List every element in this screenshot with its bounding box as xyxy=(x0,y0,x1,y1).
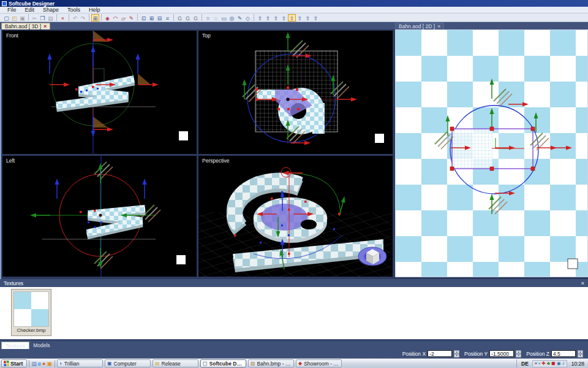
menu-item[interactable]: Edit xyxy=(21,7,39,13)
quick-launch-icon[interactable]: ● xyxy=(42,360,45,367)
task-button-label: Bahn.bmp - Paint xyxy=(257,361,292,367)
task-button[interactable]: ▨ Bahn.bmp - Paint xyxy=(248,359,294,367)
toolbar-icon[interactable]: ✂ xyxy=(31,14,39,21)
menu-item[interactable]: Shape xyxy=(39,7,62,13)
toolbar-icon[interactable]: ⊟ xyxy=(156,14,164,21)
tray-icon[interactable]: ◉ xyxy=(557,360,561,367)
toolbar-icon[interactable]: ≡ xyxy=(164,14,172,21)
front-viewport-label: Front xyxy=(6,33,18,39)
toolbar-icon[interactable]: ◈ xyxy=(104,14,111,21)
toolbar-icon[interactable]: ⊡ xyxy=(140,14,148,21)
task-button[interactable]: ◆ Showroom - Aktuelle Arb... xyxy=(296,359,342,367)
menu-item[interactable]: File xyxy=(4,7,20,13)
tab-bahn-3d[interactable]: Bahn.aod [ 3D ] × xyxy=(1,23,50,29)
tab-close-icon[interactable]: × xyxy=(43,24,47,29)
position-input[interactable]: 4.5 xyxy=(551,350,576,357)
toolbar-icon[interactable]: ◎ xyxy=(228,14,236,21)
front-viewport[interactable]: Front xyxy=(2,31,197,154)
task-button[interactable]: ▣ Computer xyxy=(105,359,151,367)
toolbar-icon[interactable]: ▤ xyxy=(47,14,55,21)
panel-tab[interactable]: Models xyxy=(29,342,53,349)
toolbar-icon[interactable]: ◠ xyxy=(111,14,119,21)
toolbar-icon[interactable]: ⊞ xyxy=(91,14,99,21)
tray-icon[interactable]: ♪ xyxy=(562,360,565,367)
menu-item[interactable]: Help xyxy=(85,7,104,13)
menu-item[interactable]: Tools xyxy=(64,7,84,13)
toolbar-icon[interactable]: ✎ xyxy=(127,14,135,21)
quick-launch-icon[interactable]: ▣ xyxy=(47,360,52,367)
toolbar-icon[interactable]: ▭ xyxy=(220,14,228,21)
quick-launch-icon[interactable]: e xyxy=(38,360,41,367)
toolbar-icon[interactable]: ⇧ xyxy=(296,14,304,21)
toolbar-icon[interactable]: ✎ xyxy=(236,14,244,21)
start-label: Start xyxy=(10,361,23,367)
textures-panel-close-icon[interactable]: × xyxy=(581,280,584,286)
toolbar-icon[interactable]: ▣ xyxy=(18,14,26,21)
task-button-icon: ◆ xyxy=(298,361,302,366)
toolbar-icon[interactable]: ◌ xyxy=(212,14,220,21)
toolbar-icon[interactable] xyxy=(137,14,138,21)
toolbar-icon[interactable] xyxy=(28,14,29,21)
texture-thumbnail[interactable]: Checker.bmp xyxy=(11,289,51,336)
toolbar-icon[interactable]: ⇧ xyxy=(312,14,320,21)
tray-icon[interactable]: ♣ xyxy=(547,360,550,367)
toolbar-icon[interactable]: G xyxy=(176,14,184,21)
toolbar-icon[interactable]: ⇧ xyxy=(256,14,264,21)
position-input[interactable]: -2 xyxy=(428,350,452,357)
toolbar-icon[interactable]: G xyxy=(184,14,192,21)
toolbar-icon[interactable] xyxy=(254,14,254,21)
start-button[interactable]: Start xyxy=(1,359,27,367)
toolbar-icon[interactable]: ◇ xyxy=(244,14,252,21)
toolbar-icon[interactable]: ▱ xyxy=(119,14,127,21)
toolbar-icon[interactable] xyxy=(202,14,202,21)
position-field: Position Y -1.5000 ▴▾ xyxy=(464,350,521,357)
toolbar-icon[interactable]: ↷ xyxy=(79,14,87,21)
tray-icon[interactable]: ▪ xyxy=(538,360,540,367)
position-label: Position Y xyxy=(464,351,488,357)
position-spinner[interactable]: ▴▾ xyxy=(454,350,459,357)
panel-tab[interactable]: Textures xyxy=(1,342,29,349)
toolbar-icon[interactable] xyxy=(101,14,102,21)
toolbar-icon[interactable] xyxy=(89,14,89,21)
panel-2d-canvas xyxy=(396,30,588,277)
toolbar-icon[interactable]: G xyxy=(192,14,200,21)
toolbar-icon[interactable]: ⇧ xyxy=(304,14,312,21)
tray-icon[interactable]: ◼ xyxy=(551,360,556,367)
perspective-viewport-canvas xyxy=(198,156,393,277)
position-spinner[interactable]: ▴▾ xyxy=(516,350,521,357)
panel-tab-bar: TexturesModels xyxy=(0,341,588,349)
perspective-viewport[interactable]: Perspective xyxy=(198,156,393,277)
toolbar-icon[interactable]: ○ xyxy=(204,14,212,21)
position-input[interactable]: -1.5000 xyxy=(489,350,514,357)
tab-bahn-2d[interactable]: Bahn.aod [ 2D ] × xyxy=(395,23,444,29)
toolbar-icon[interactable]: ↶ xyxy=(71,14,79,21)
toolbar-icon[interactable] xyxy=(173,14,174,21)
top-viewport-canvas xyxy=(198,31,393,154)
toolbar-icon[interactable]: ⇧ xyxy=(272,14,280,21)
toolbar-icon[interactable]: ❐ xyxy=(39,14,47,21)
toolbar-icon[interactable] xyxy=(56,14,57,21)
left-viewport[interactable]: Left xyxy=(2,156,197,277)
task-button[interactable]: ▤ Release xyxy=(153,359,198,367)
task-button[interactable]: ▢ Softcube Designer xyxy=(200,359,246,367)
toolbar-icon[interactable]: ⇧ xyxy=(264,14,272,21)
top-viewport[interactable]: Top xyxy=(198,31,393,154)
toolbar-icon[interactable]: ▢ xyxy=(2,14,10,21)
toolbar-icon[interactable]: ⇧ xyxy=(280,14,288,21)
tray-icon[interactable]: ✚ xyxy=(541,360,546,367)
toolbar-icon[interactable]: × xyxy=(59,14,67,21)
task-button[interactable]: ◗ Trillian xyxy=(57,359,103,367)
position-spinner[interactable]: ▴▾ xyxy=(578,350,583,357)
toolbar-icon[interactable]: ◰ xyxy=(10,14,18,21)
position-field: Position X -2 ▴▾ xyxy=(402,350,459,357)
task-button-label: Softcube Designer xyxy=(209,361,244,367)
language-indicator[interactable]: DE xyxy=(519,361,530,367)
position-field: Position Z 4.5 ▴▾ xyxy=(526,350,583,357)
panel-2d-view[interactable] xyxy=(395,29,588,277)
toolbar-icon[interactable]: ⊞ xyxy=(148,14,156,21)
tab-close-icon[interactable]: × xyxy=(437,24,440,29)
quick-launch-icon[interactable]: ▤ xyxy=(32,360,37,367)
toolbar-icon[interactable] xyxy=(69,14,69,21)
tray-icon[interactable]: « xyxy=(535,360,537,367)
toolbar-icon[interactable]: ⇧ xyxy=(288,14,296,21)
